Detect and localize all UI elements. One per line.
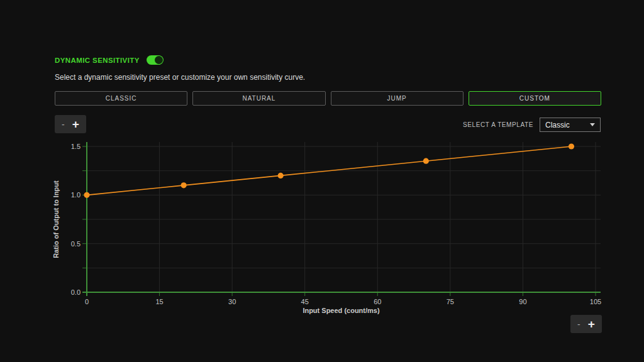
zoom-in-button-bottom[interactable]: + <box>584 318 599 330</box>
svg-text:0.5: 0.5 <box>71 240 80 248</box>
svg-text:1.0: 1.0 <box>71 191 80 199</box>
svg-text:15: 15 <box>155 298 163 305</box>
tick-labels: 01530456075901050.00.51.01.5Input Speed … <box>52 143 601 314</box>
svg-text:0.0: 0.0 <box>71 288 80 296</box>
svg-text:0: 0 <box>85 298 89 305</box>
svg-text:60: 60 <box>374 298 381 305</box>
svg-text:90: 90 <box>519 298 526 305</box>
x-axis-title: Input Speed (count/ms) <box>303 307 380 314</box>
grid-lines <box>87 142 601 292</box>
curve-point[interactable] <box>180 182 186 188</box>
dynamic-sensitivity-panel: DYNAMIC SENSITIVITY Select a dynamic sen… <box>0 0 644 362</box>
curve-point[interactable] <box>423 158 429 164</box>
zoom-out-button-bottom[interactable]: - <box>574 320 584 329</box>
svg-text:105: 105 <box>590 298 601 305</box>
svg-text:30: 30 <box>228 298 236 305</box>
curve-point[interactable] <box>569 143 574 149</box>
curve-point[interactable] <box>278 173 284 178</box>
sensitivity-curve-chart[interactable]: 01530456075901050.00.51.01.5Input Speed … <box>0 0 644 362</box>
svg-text:75: 75 <box>447 298 454 305</box>
svg-text:1.5: 1.5 <box>71 143 80 150</box>
curve-point[interactable] <box>84 192 89 198</box>
y-axis-title: Ratio of Output to Input <box>52 180 60 258</box>
chart-zoom-control-bottom: - + <box>570 315 602 333</box>
svg-text:45: 45 <box>301 298 309 305</box>
